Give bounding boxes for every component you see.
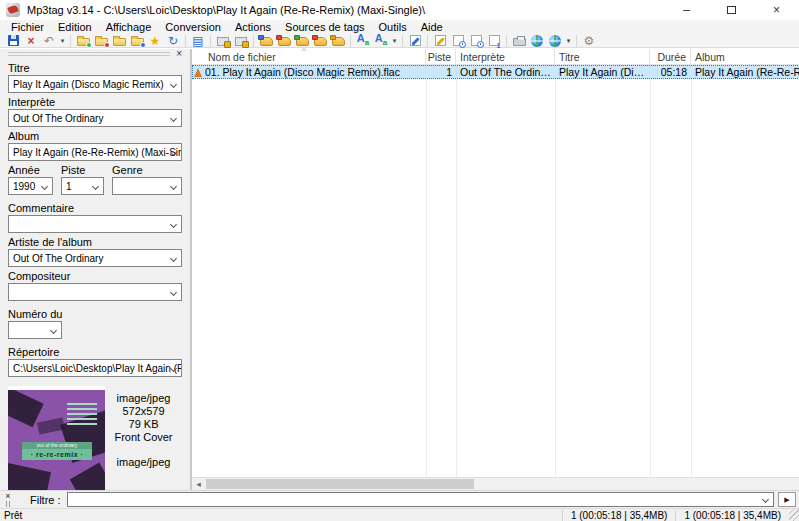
numero-combobox[interactable] xyxy=(8,321,62,339)
paste-tag-button[interactable] xyxy=(232,34,250,48)
cell-filename: 01. Play It Again (Disco Magic Remix).fl… xyxy=(192,66,426,78)
repertoire-combobox[interactable]: C:\Users\Loic\Desktop\Play It Again (Re-… xyxy=(8,359,182,377)
cell-interprete: Out Of The Ordinary xyxy=(456,66,555,78)
art-type: Front Cover xyxy=(105,431,182,444)
filter-input[interactable] xyxy=(67,492,774,507)
toolbar-separator xyxy=(576,35,577,47)
web-source-button-2[interactable] xyxy=(546,34,564,48)
album-combobox[interactable]: Play It Again (Re-Re-Remix) (Maxi-Single… xyxy=(8,143,182,161)
menu-edition[interactable]: Edition xyxy=(51,21,99,33)
tag-panel-grip[interactable]: × xyxy=(8,49,182,59)
refresh-button[interactable]: ↻ xyxy=(164,34,182,48)
convert-tag-filename-button[interactable]: Aa xyxy=(354,34,372,48)
column-header-album[interactable]: Album xyxy=(691,49,799,64)
undo-dropdown[interactable]: ▾ xyxy=(58,34,67,48)
filter-close-icon[interactable]: × xyxy=(5,492,10,500)
toolbar-separator xyxy=(210,35,211,47)
action-button-4[interactable] xyxy=(311,34,329,48)
auto-numbering-button[interactable]: 1 xyxy=(485,34,503,48)
folder-arrow-icon xyxy=(131,38,144,46)
options-button[interactable]: ⚙ xyxy=(580,34,598,48)
cell-duree: 05:18 xyxy=(650,66,691,78)
artiste-album-combobox[interactable]: Out Of The Ordinary xyxy=(8,249,182,267)
toolbar-separator xyxy=(506,35,507,47)
action-hand-icon xyxy=(296,37,309,46)
commentaire-combobox[interactable] xyxy=(8,215,182,233)
add-directory-button[interactable] xyxy=(92,34,110,48)
copy-tag-button[interactable] xyxy=(214,34,232,48)
cell-piste: 1 xyxy=(426,66,456,78)
grip-lines xyxy=(8,52,170,56)
menu-fichier[interactable]: Fichier xyxy=(4,21,51,33)
timestamp-button-2[interactable] xyxy=(467,34,485,48)
album-art-info: image/jpeg 572x579 79 KB Front Cover ima… xyxy=(105,386,182,498)
edit-tag-button[interactable] xyxy=(406,34,424,48)
status-text: Prêt xyxy=(0,510,22,521)
horizontal-scrollbar[interactable]: ◂ ▸ xyxy=(192,477,799,490)
toolbar-separator xyxy=(427,35,428,47)
titre-label: Titre xyxy=(8,62,182,74)
genre-label: Genre xyxy=(112,164,182,176)
maximize-button[interactable] xyxy=(709,0,754,20)
filter-run-button[interactable]: ▶ xyxy=(778,492,796,507)
panel-close-icon[interactable]: × xyxy=(176,49,182,59)
remove-tag-button[interactable]: × xyxy=(22,34,40,48)
timestamp-button-1[interactable] xyxy=(449,34,467,48)
open-folder-button[interactable] xyxy=(110,34,128,48)
action-hand-icon xyxy=(260,37,273,46)
table-row-selected[interactable]: 01. Play It Again (Disco Magic Remix).fl… xyxy=(192,65,799,79)
sort-indicator-icon: ^ xyxy=(302,46,306,55)
scroll-left-icon[interactable]: ◂ xyxy=(192,478,205,490)
close-button[interactable]: × xyxy=(754,0,799,20)
favorites-button[interactable]: ★ xyxy=(146,34,164,48)
undo-button[interactable]: ↶ xyxy=(40,34,58,48)
genre-combobox[interactable] xyxy=(112,177,182,195)
export-button[interactable] xyxy=(510,34,528,48)
change-directory-button[interactable] xyxy=(74,34,92,48)
column-header-nom-de-fichier[interactable]: Nom de fichier xyxy=(192,49,426,64)
column-header-duree[interactable]: Durée xyxy=(650,49,691,64)
art-dimensions: 572x579 xyxy=(105,405,182,418)
web-source-dropdown[interactable]: ▾ xyxy=(564,34,573,48)
menu-affichage[interactable]: Affichage xyxy=(99,21,159,33)
compositeur-combobox[interactable] xyxy=(8,283,182,301)
action-button-1[interactable] xyxy=(257,34,275,48)
column-header-piste[interactable]: Piste xyxy=(426,49,456,64)
web-source-button-1[interactable] xyxy=(528,34,546,48)
status-total-count: 1 (00:05:18 | 35,4MB) xyxy=(675,510,789,521)
filter-bar: × Filtre : ▶ xyxy=(0,490,799,508)
menu-aide[interactable]: Aide xyxy=(414,21,450,33)
album-art-thumbnail[interactable]: out of the ordinary · re-re-remix · xyxy=(8,386,105,498)
menu-sources-de-tags[interactable]: Sources de tags xyxy=(278,21,372,33)
piste-combobox[interactable]: 1 xyxy=(61,177,104,195)
cover-title-text: · re-re-remix · xyxy=(22,449,92,460)
titre-combobox[interactable]: Play It Again (Disco Magic Remix) xyxy=(8,75,182,93)
save-tag-button[interactable] xyxy=(4,34,22,48)
toolbar-separator xyxy=(70,35,71,47)
repertoire-label: Répertoire xyxy=(8,346,182,358)
convert-dropdown[interactable]: ▾ xyxy=(390,34,399,48)
menu-outils[interactable]: Outils xyxy=(372,21,414,33)
app-icon xyxy=(6,3,20,17)
playlist-button[interactable]: ▤ xyxy=(189,34,207,48)
convert-filename-tag-button[interactable]: Aa xyxy=(372,34,390,48)
menu-conversion[interactable]: Conversion xyxy=(158,21,228,33)
action-button-2[interactable] xyxy=(275,34,293,48)
filter-grip-icon[interactable] xyxy=(6,501,10,507)
printer-icon xyxy=(513,38,526,46)
minimize-button[interactable]: – xyxy=(664,0,709,20)
interprete-combobox[interactable]: Out Of The Ordinary xyxy=(8,109,182,127)
column-header-titre[interactable]: Titre xyxy=(555,49,650,64)
move-files-button[interactable] xyxy=(128,34,146,48)
tag-copy-icon xyxy=(217,37,229,46)
scrollbar-thumb[interactable] xyxy=(206,479,474,489)
clock-icon xyxy=(453,35,464,46)
resize-grip[interactable] xyxy=(789,509,799,521)
album-cover-image: out of the ordinary · re-re-remix · xyxy=(8,390,105,493)
annee-combobox[interactable]: 1990 xyxy=(8,177,53,195)
numbering-icon: 1 xyxy=(489,35,500,46)
rename-file-button[interactable] xyxy=(431,34,449,48)
menu-actions[interactable]: Actions xyxy=(228,21,278,33)
action-button-5[interactable] xyxy=(329,34,347,48)
column-header-interprete[interactable]: Interprète xyxy=(456,49,555,64)
